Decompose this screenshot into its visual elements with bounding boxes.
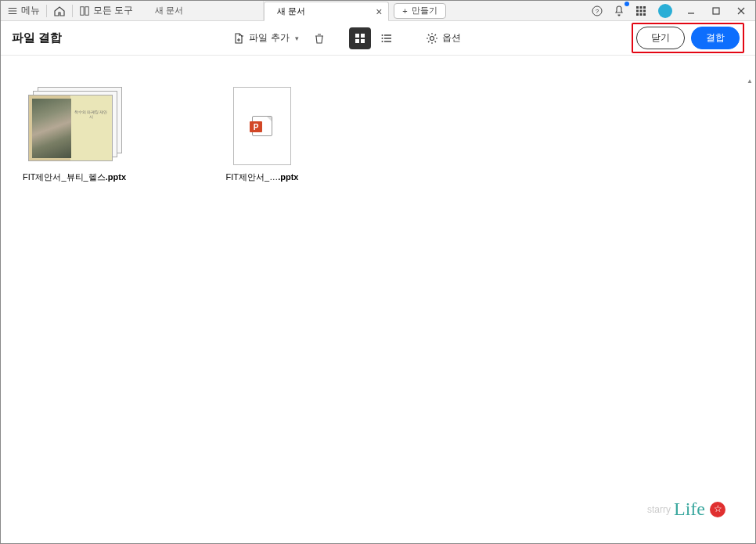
tab-inactive[interactable]: 새 문서 bbox=[142, 1, 264, 20]
maximize-button[interactable] bbox=[705, 2, 727, 20]
menu-button[interactable]: 메뉴 bbox=[4, 2, 43, 20]
avatar[interactable] bbox=[658, 4, 672, 18]
svg-rect-15 bbox=[361, 34, 365, 38]
add-file-icon bbox=[232, 32, 245, 45]
apps-grid-icon bbox=[635, 5, 647, 17]
thumb-caption: 착수의 마케팅 제안서 bbox=[73, 110, 109, 119]
watermark-badge-icon: ☆ bbox=[710, 502, 725, 517]
bell-icon bbox=[613, 5, 625, 17]
minimize-button[interactable] bbox=[680, 2, 702, 20]
app-window: 메뉴 모든 도구 새 문서 새 문서 × + 만들기 ? bbox=[0, 0, 756, 544]
new-tab-label: 만들기 bbox=[412, 5, 437, 16]
delete-button[interactable] bbox=[308, 27, 330, 49]
svg-rect-11 bbox=[640, 13, 643, 16]
svg-rect-13 bbox=[713, 8, 719, 14]
separator bbox=[72, 5, 73, 17]
svg-point-19 bbox=[381, 38, 383, 39]
file-thumbnail bbox=[233, 87, 291, 165]
toolbar-right: 닫기 결합 bbox=[632, 23, 744, 53]
new-tab-button[interactable]: + 만들기 bbox=[394, 3, 445, 19]
svg-rect-0 bbox=[81, 6, 84, 15]
svg-rect-5 bbox=[640, 6, 643, 9]
svg-rect-12 bbox=[643, 13, 646, 16]
svg-rect-14 bbox=[355, 34, 359, 38]
svg-point-21 bbox=[430, 36, 434, 40]
maximize-icon bbox=[711, 5, 722, 16]
watermark-pre: starry bbox=[647, 504, 671, 515]
minimize-icon bbox=[686, 5, 697, 16]
file-thumbnail-stack: 착수의 마케팅 제안서 bbox=[28, 87, 121, 165]
list-view-button[interactable] bbox=[376, 27, 398, 49]
tabs-container: 새 문서 새 문서 × bbox=[142, 1, 389, 20]
close-tab-button[interactable]: × bbox=[376, 5, 382, 18]
tab-label: 새 문서 bbox=[277, 5, 305, 17]
add-files-button[interactable]: 파일 추가 ▾ bbox=[228, 27, 303, 49]
file-label: FIT제안서_뷰티_헬스.pptx bbox=[23, 171, 126, 183]
toolbar: 파일 결합 파일 추가 ▾ 옵션 bbox=[1, 21, 755, 56]
help-button[interactable]: ? bbox=[588, 2, 607, 20]
svg-rect-9 bbox=[643, 9, 646, 12]
file-item[interactable]: FIT제안서_….pptx bbox=[200, 87, 325, 183]
file-label: FIT제안서_….pptx bbox=[226, 171, 299, 183]
tab-active[interactable]: 새 문서 × bbox=[264, 2, 389, 21]
svg-rect-6 bbox=[643, 6, 646, 9]
home-icon bbox=[53, 5, 66, 17]
plus-icon: + bbox=[402, 6, 407, 16]
trash-icon bbox=[313, 32, 326, 45]
tools-icon bbox=[79, 5, 90, 16]
svg-rect-4 bbox=[636, 6, 639, 9]
separator bbox=[46, 5, 47, 17]
svg-rect-10 bbox=[636, 13, 639, 16]
gear-icon bbox=[426, 32, 438, 45]
watermark: starry Life ☆ bbox=[647, 499, 725, 520]
all-tools-button[interactable]: 모든 도구 bbox=[76, 2, 136, 20]
action-highlight: 닫기 결합 bbox=[632, 23, 744, 53]
content-area: ▲ 착수의 마케팅 제안서 FIT제안서_뷰티_헬스.pptx bbox=[1, 56, 755, 543]
close-icon bbox=[736, 5, 747, 16]
menu-label: 메뉴 bbox=[21, 4, 40, 17]
svg-rect-1 bbox=[85, 6, 88, 15]
all-tools-label: 모든 도구 bbox=[93, 4, 133, 17]
titlebar: 메뉴 모든 도구 새 문서 새 문서 × + 만들기 ? bbox=[1, 1, 755, 21]
svg-text:?: ? bbox=[596, 8, 599, 15]
toolbar-center: 파일 추가 ▾ 옵션 bbox=[228, 27, 465, 49]
options-button[interactable]: 옵션 bbox=[421, 27, 466, 49]
chevron-down-icon: ▾ bbox=[295, 34, 299, 42]
svg-point-18 bbox=[381, 34, 383, 36]
apps-button[interactable] bbox=[632, 2, 650, 20]
file-item[interactable]: 착수의 마케팅 제안서 FIT제안서_뷰티_헬스.pptx bbox=[12, 87, 137, 183]
add-files-label: 파일 추가 bbox=[249, 31, 289, 45]
home-button[interactable] bbox=[50, 2, 69, 20]
list-icon bbox=[380, 32, 393, 45]
options-label: 옵션 bbox=[442, 31, 461, 45]
svg-rect-7 bbox=[636, 9, 639, 12]
tab-label: 새 문서 bbox=[155, 5, 183, 16]
svg-rect-16 bbox=[355, 39, 359, 43]
close-button[interactable]: 닫기 bbox=[636, 27, 685, 49]
scroll-up-handle[interactable]: ▲ bbox=[747, 77, 753, 85]
watermark-text: Life bbox=[674, 499, 705, 520]
hamburger-icon bbox=[7, 5, 18, 16]
page-title: 파일 결합 bbox=[12, 31, 62, 45]
titlebar-right: ? bbox=[588, 2, 752, 20]
files-grid: 착수의 마케팅 제안서 FIT제안서_뷰티_헬스.pptx FIT제안서_….p… bbox=[1, 56, 755, 214]
help-icon: ? bbox=[591, 5, 603, 17]
svg-point-20 bbox=[381, 41, 383, 42]
pptx-file-icon bbox=[252, 116, 272, 136]
combine-button[interactable]: 결합 bbox=[691, 27, 740, 49]
svg-rect-17 bbox=[361, 39, 365, 43]
grid-view-button[interactable] bbox=[349, 27, 371, 49]
notifications-button[interactable] bbox=[610, 2, 628, 20]
grid-icon bbox=[354, 32, 366, 45]
close-window-button[interactable] bbox=[730, 2, 752, 20]
svg-rect-8 bbox=[640, 9, 643, 12]
